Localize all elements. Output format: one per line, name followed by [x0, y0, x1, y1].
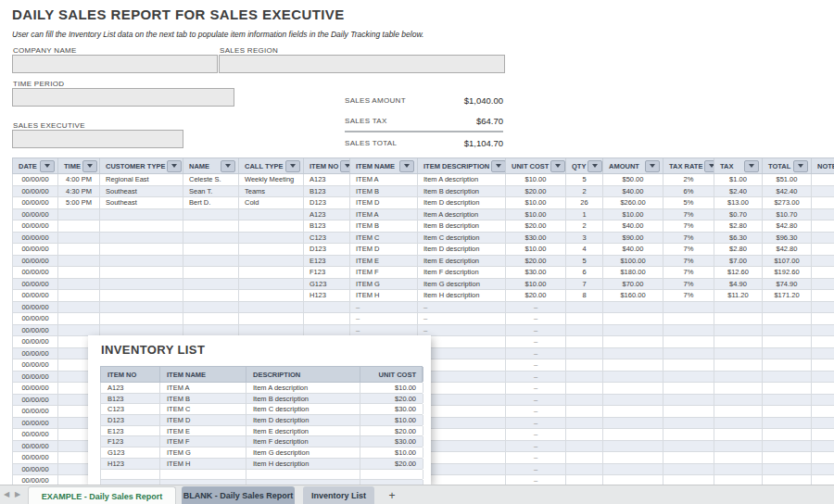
table-cell[interactable]	[603, 359, 663, 371]
table-cell[interactable]: $10.00	[506, 279, 566, 290]
table-cell[interactable]: $30.00	[506, 233, 566, 244]
table-cell[interactable]: $100.00	[603, 256, 663, 267]
table-cell[interactable]: 00/00/00	[13, 244, 58, 255]
table-cell[interactable]: 00/00/00	[13, 464, 58, 475]
table-cell[interactable]	[714, 359, 763, 371]
table-cell[interactable]: 7%	[663, 279, 714, 290]
table-cell[interactable]: 7%	[663, 290, 714, 301]
table-cell[interactable]: Teams	[239, 186, 304, 197]
prev-sheet-arrow-icon[interactable]: ◀	[4, 490, 9, 498]
sales-executive-input[interactable]	[12, 130, 183, 148]
table-cell[interactable]	[58, 233, 100, 244]
table-cell[interactable]: Item E description	[418, 256, 506, 267]
table-cell[interactable]: ITEM B	[350, 220, 418, 232]
table-cell[interactable]	[58, 279, 100, 290]
table-cell[interactable]	[100, 209, 183, 220]
table-cell[interactable]: $20.00	[506, 186, 566, 197]
inventory-cell[interactable]	[246, 470, 360, 480]
table-cell[interactable]	[100, 279, 183, 290]
table-cell[interactable]	[714, 336, 763, 347]
table-cell[interactable]: 7%	[663, 244, 714, 255]
table-cell[interactable]: B123	[304, 220, 350, 232]
filter-button[interactable]	[588, 160, 602, 172]
table-cell[interactable]	[58, 325, 100, 336]
table-cell[interactable]	[603, 325, 663, 336]
table-cell[interactable]: –	[506, 395, 566, 406]
filter-button[interactable]	[744, 160, 759, 172]
table-cell[interactable]: $90.00	[603, 233, 663, 244]
table-cell[interactable]	[763, 359, 812, 371]
table-cell[interactable]	[566, 313, 603, 324]
table-cell[interactable]: 6	[566, 267, 603, 278]
table-cell[interactable]	[763, 383, 812, 394]
table-cell[interactable]: $160.00	[603, 290, 663, 301]
inventory-cell[interactable]: D123	[101, 415, 160, 425]
table-cell[interactable]	[566, 336, 603, 347]
table-cell[interactable]: 5:00 PM	[58, 197, 100, 208]
table-cell[interactable]	[763, 302, 812, 313]
table-cell[interactable]: –	[418, 359, 506, 371]
column-header-tax[interactable]: TAX	[714, 158, 763, 173]
table-cell[interactable]: $192.60	[763, 267, 812, 278]
table-cell[interactable]: $20.00	[506, 256, 566, 267]
table-cell[interactable]: A123	[304, 174, 350, 185]
table-cell[interactable]	[566, 383, 603, 394]
column-header-call-type[interactable]: CALL TYPE	[239, 158, 304, 173]
table-cell[interactable]: 5	[566, 256, 603, 267]
table-cell[interactable]	[183, 290, 239, 301]
table-cell[interactable]: 6%	[663, 186, 714, 197]
table-cell[interactable]	[304, 325, 350, 336]
table-cell[interactable]: ITEM A	[350, 209, 418, 220]
table-cell[interactable]	[100, 233, 183, 244]
table-cell[interactable]: F123	[304, 267, 350, 278]
table-cell[interactable]	[183, 302, 239, 313]
table-cell[interactable]: $96.30	[763, 233, 812, 244]
inventory-cell[interactable]: F123	[101, 436, 160, 447]
table-cell[interactable]	[100, 256, 183, 267]
table-cell[interactable]: 00/00/00	[13, 452, 58, 463]
table-cell[interactable]: –	[418, 395, 506, 406]
table-cell[interactable]: 2%	[663, 174, 714, 185]
column-header-amount[interactable]: AMOUNT	[603, 158, 663, 173]
inventory-cell[interactable]: Item B description	[246, 394, 360, 404]
table-cell[interactable]	[58, 244, 100, 255]
table-cell[interactable]: $10.70	[763, 209, 812, 220]
table-cell[interactable]	[812, 267, 834, 278]
table-cell[interactable]: –	[506, 325, 566, 336]
table-cell[interactable]	[812, 348, 834, 359]
table-cell[interactable]	[603, 336, 663, 347]
inventory-cell[interactable]: C123	[101, 404, 160, 414]
table-cell[interactable]: $171.20	[763, 290, 812, 301]
table-cell[interactable]	[566, 348, 603, 359]
table-cell[interactable]	[763, 429, 812, 440]
table-cell[interactable]: $51.00	[763, 174, 812, 185]
table-cell[interactable]	[812, 452, 834, 463]
table-cell[interactable]: 00/00/00	[13, 313, 58, 324]
table-cell[interactable]: –	[506, 383, 566, 394]
table-cell[interactable]	[239, 290, 304, 301]
table-cell[interactable]: ITEM C	[350, 233, 418, 244]
table-cell[interactable]: Weekly Meeting	[239, 174, 304, 185]
table-cell[interactable]	[183, 279, 239, 290]
inventory-cell[interactable]: Item G description	[246, 447, 360, 458]
table-cell[interactable]: $11.20	[714, 290, 763, 301]
tab-example-daily-sales-report[interactable]: EXAMPLE - Daily Sales Report	[28, 486, 176, 504]
table-cell[interactable]: Item A description	[418, 174, 506, 185]
inventory-cell[interactable]: Item H description	[246, 459, 360, 469]
table-cell[interactable]	[812, 418, 834, 429]
table-cell[interactable]	[812, 359, 834, 371]
table-cell[interactable]	[603, 406, 663, 417]
table-cell[interactable]	[603, 372, 663, 383]
table-cell[interactable]	[603, 418, 663, 429]
next-sheet-arrow-icon[interactable]: ▶	[15, 490, 20, 498]
table-cell[interactable]: 00/00/00	[13, 174, 58, 185]
table-cell[interactable]	[714, 325, 763, 336]
table-cell[interactable]: ITEM A	[350, 174, 418, 185]
filter-button[interactable]	[645, 160, 660, 172]
table-cell[interactable]: Item D description	[418, 244, 506, 255]
table-cell[interactable]: D123	[304, 244, 350, 255]
table-cell[interactable]	[763, 452, 812, 463]
table-cell[interactable]: 00/00/00	[13, 267, 58, 278]
table-cell[interactable]: G123	[304, 279, 350, 290]
table-cell[interactable]: –	[418, 348, 506, 359]
